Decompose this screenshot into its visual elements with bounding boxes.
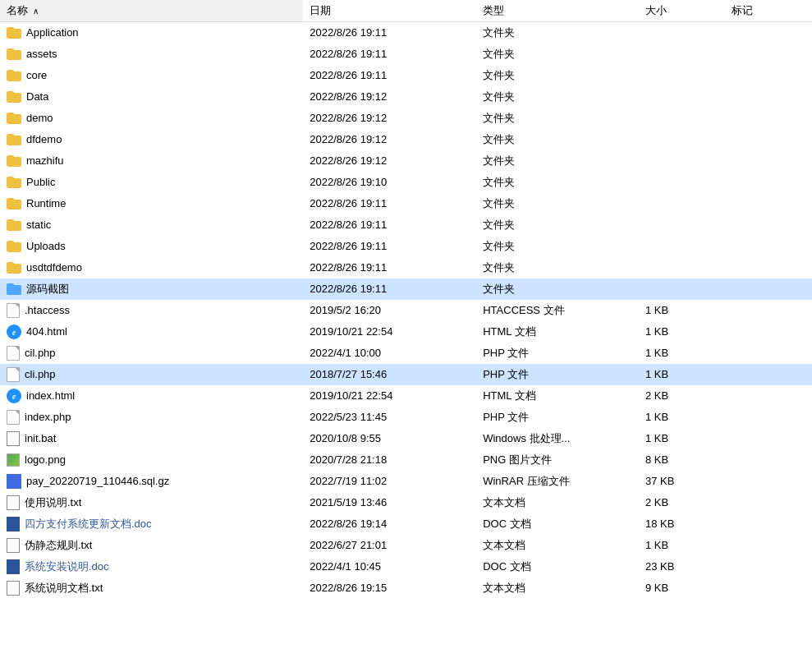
- cell-name: logo.png: [0, 449, 303, 471]
- cell-size: [639, 22, 725, 44]
- cell-name: 伪静态规则.txt: [0, 535, 303, 556]
- cell-date: 2019/10/21 22:54: [303, 321, 476, 343]
- table-row[interactable]: 系统安装说明.doc 2022/4/1 10:45 DOC 文档 23 KB: [0, 556, 812, 577]
- file-name: cli.php: [25, 368, 56, 380]
- cell-type: WinRAR 压缩文件: [476, 471, 639, 492]
- cell-type: PNG 图片文件: [476, 449, 639, 471]
- folder-icon: [7, 262, 21, 274]
- file-name: Uploads: [26, 240, 66, 252]
- file-name: init.bat: [25, 432, 56, 444]
- table-row[interactable]: 四方支付系统更新文档.doc 2022/8/26 19:14 DOC 文档 18…: [0, 513, 812, 535]
- file-name: demo: [26, 112, 53, 124]
- folder-icon: [7, 48, 21, 60]
- cell-type: 文件夹: [476, 86, 639, 108]
- table-header: 名称 ∧ 日期 类型 大小 标记: [0, 0, 812, 22]
- table-row[interactable]: .htaccess 2019/5/2 16:20 HTACCESS 文件 1 K…: [0, 300, 812, 321]
- table-row[interactable]: assets 2022/8/26 19:11 文件夹: [0, 44, 812, 65]
- cell-date: 2022/8/26 19:11: [303, 236, 476, 257]
- table-row[interactable]: logo.png 2020/7/28 21:18 PNG 图片文件 8 KB: [0, 449, 812, 471]
- file-name: index.php: [25, 411, 71, 423]
- table-row[interactable]: static 2022/8/26 19:11 文件夹: [0, 214, 812, 236]
- table-row[interactable]: 伪静态规则.txt 2022/6/27 21:01 文本文档 1 KB: [0, 535, 812, 556]
- cell-tag: [725, 300, 812, 321]
- file-name: cil.php: [25, 347, 56, 359]
- txt-icon: [7, 581, 20, 596]
- cell-size: [639, 214, 725, 236]
- table-row[interactable]: pay_20220719_110446.sql.gz 2022/7/19 11:…: [0, 471, 812, 492]
- cell-name: static: [0, 214, 303, 236]
- table-row[interactable]: Uploads 2022/8/26 19:11 文件夹: [0, 236, 812, 257]
- col-header-type[interactable]: 类型: [476, 0, 639, 22]
- cell-size: 1 KB: [639, 321, 725, 343]
- table-row[interactable]: 使用说明.txt 2021/5/19 13:46 文本文档 2 KB: [0, 492, 812, 513]
- cell-tag: [725, 214, 812, 236]
- cell-size: [639, 108, 725, 129]
- table-row[interactable]: Data 2022/8/26 19:12 文件夹: [0, 86, 812, 108]
- cell-tag: [725, 556, 812, 577]
- col-header-name[interactable]: 名称 ∧: [0, 0, 303, 22]
- cell-type: 文件夹: [476, 150, 639, 172]
- file-name: 系统说明文档.txt: [25, 581, 103, 596]
- cell-type: 文本文档: [476, 577, 639, 599]
- cell-tag: [725, 449, 812, 471]
- cell-type: 文件夹: [476, 257, 639, 278]
- cell-type: 文件夹: [476, 193, 639, 214]
- file-name: 使用说明.txt: [25, 495, 81, 510]
- cell-type: 文件夹: [476, 129, 639, 150]
- cell-size: 1 KB: [639, 407, 725, 428]
- table-row[interactable]: Runtime 2022/8/26 19:11 文件夹: [0, 193, 812, 214]
- cell-date: 2022/8/26 19:11: [303, 65, 476, 86]
- archive-icon: [7, 474, 21, 489]
- cell-name: Uploads: [0, 236, 303, 257]
- cell-size: [639, 150, 725, 172]
- cell-date: 2019/10/21 22:54: [303, 385, 476, 407]
- cell-type: PHP 文件: [476, 407, 639, 428]
- table-row[interactable]: index.html 2019/10/21 22:54 HTML 文档 2 KB: [0, 385, 812, 407]
- cell-date: 2022/8/26 19:12: [303, 129, 476, 150]
- cell-date: 2022/7/19 11:02: [303, 471, 476, 492]
- cell-size: 18 KB: [639, 513, 725, 535]
- file-icon: [7, 346, 20, 361]
- cell-date: 2022/8/26 19:11: [303, 257, 476, 278]
- table-row[interactable]: cil.php 2022/4/1 10:00 PHP 文件 1 KB: [0, 343, 812, 364]
- file-name: Public: [26, 176, 55, 188]
- table-row[interactable]: 404.html 2019/10/21 22:54 HTML 文档 1 KB: [0, 321, 812, 343]
- table-row[interactable]: index.php 2022/5/23 11:45 PHP 文件 1 KB: [0, 407, 812, 428]
- folder-icon: [7, 70, 21, 81]
- cell-name: mazhifu: [0, 150, 303, 172]
- table-row[interactable]: mazhifu 2022/8/26 19:12 文件夹: [0, 150, 812, 172]
- table-row[interactable]: init.bat 2020/10/8 9:55 Windows 批处理... 1…: [0, 428, 812, 449]
- bat-icon: [7, 431, 20, 446]
- cell-tag: [725, 278, 812, 300]
- cell-size: 37 KB: [639, 471, 725, 492]
- col-header-tag[interactable]: 标记: [725, 0, 812, 22]
- cell-date: 2022/8/26 19:10: [303, 172, 476, 193]
- table-row[interactable]: Application 2022/8/26 19:11 文件夹: [0, 22, 812, 44]
- cell-name: core: [0, 65, 303, 86]
- cell-tag: [725, 22, 812, 44]
- table-row[interactable]: demo 2022/8/26 19:12 文件夹: [0, 108, 812, 129]
- file-name: assets: [26, 48, 57, 60]
- folder-icon: [7, 113, 21, 124]
- file-name: static: [26, 219, 51, 231]
- cell-type: 文件夹: [476, 44, 639, 65]
- cell-name: Public: [0, 172, 303, 193]
- cell-tag: [725, 321, 812, 343]
- folder-icon: [7, 155, 21, 167]
- cell-type: 文件夹: [476, 278, 639, 300]
- table-row[interactable]: 源码截图 2022/8/26 19:11 文件夹: [0, 278, 812, 300]
- table-row[interactable]: core 2022/8/26 19:11 文件夹: [0, 65, 812, 86]
- col-header-date[interactable]: 日期: [303, 0, 476, 22]
- cell-date: 2022/5/23 11:45: [303, 407, 476, 428]
- cell-tag: [725, 236, 812, 257]
- col-header-size[interactable]: 大小: [639, 0, 725, 22]
- table-row[interactable]: dfdemo 2022/8/26 19:12 文件夹: [0, 129, 812, 150]
- cell-tag: [725, 471, 812, 492]
- table-row[interactable]: cli.php 2018/7/27 15:46 PHP 文件 1 KB: [0, 364, 812, 385]
- file-name: core: [26, 69, 47, 81]
- table-row[interactable]: usdtdfdemo 2022/8/26 19:11 文件夹: [0, 257, 812, 278]
- folder-icon: [7, 177, 21, 188]
- table-row[interactable]: 系统说明文档.txt 2022/8/26 19:15 文本文档 9 KB: [0, 577, 812, 599]
- cell-name: 源码截图: [0, 278, 303, 300]
- table-row[interactable]: Public 2022/8/26 19:10 文件夹: [0, 172, 812, 193]
